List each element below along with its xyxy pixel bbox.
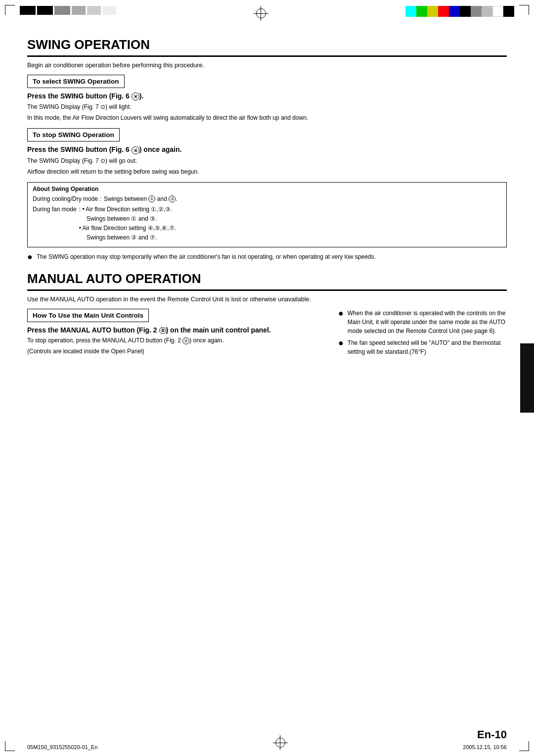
footer-right: 2005.12.15, 10:56 [463,744,507,750]
select-swing-text2: In this mode, the Air Flow Direction Lou… [27,113,507,122]
patch-green [416,6,427,17]
manual-auto-section: MANUAL AUTO OPERATION Use the MANUAL AUT… [27,271,507,359]
bottom-crosshair-circle [275,738,285,748]
manual-right-bullet-1: ● When the air conditioner is operated w… [338,309,507,335]
about-cooling-detail: Swings between ① and ③. [104,194,501,204]
about-fan-detail: : • Air flow Direction setting ①,②,③. Sw… [79,205,501,243]
right-bullet-dot-2: ● [338,338,344,347]
manual-right-bullet-2: ● The fan speed selected will be "AUTO" … [338,338,507,356]
manual-auto-press-text2: (Controls are located inside the Open Pa… [27,347,331,356]
patch-white [492,6,503,17]
circled-2: ② [159,327,166,334]
patch-lgray-1 [87,6,101,15]
manual-auto-press-text1: To stop operation, press the MANUAL AUTO… [27,336,331,345]
left-color-patches [20,6,116,15]
circled-2b: ② [182,337,189,344]
patch-black [460,6,471,17]
main-content: SWING OPERATION Begin air conditioner op… [0,30,534,369]
crop-mark-br [519,741,529,751]
about-swing-title: About Swing Operation [33,186,501,192]
right-bullet-text-1: When the air conditioner is operated wit… [348,309,507,335]
about-fan-detail2: Swings between ① and ③. [87,215,157,222]
bottom-crosshair [273,735,288,750]
stop-swing-subheading: Press the SWING button (Fig. 6 ✕) once a… [27,145,507,154]
manual-auto-title: MANUAL AUTO OPERATION [27,271,507,291]
crop-mark-tr [519,5,529,15]
about-cooling-row: During cooling/Dry mode : Swings between… [33,194,501,204]
swing-operation-section: SWING OPERATION Begin air conditioner op… [27,37,507,261]
about-swing-content: During cooling/Dry mode : Swings between… [33,194,501,243]
right-bullet-dot-1: ● [338,309,344,318]
crop-mark-tl [5,5,15,15]
about-fan-label: During fan mode [33,205,77,243]
footer-left: 05M150_9315255020-01_En [27,744,98,750]
about-swing-box: About Swing Operation During cooling/Dry… [27,182,507,247]
stop-swing-text2: Airflow direction will return to the set… [27,167,507,176]
manual-auto-press-heading: Press the MANUAL AUTO button (Fig. 2 ②) … [27,326,331,334]
right-bullet-text-2: The fan speed selected will be "AUTO" an… [348,338,507,356]
stop-swing-text1: The SWING Display (Fig. 7 ⊙) will go out… [27,156,507,165]
top-center-crosshair [254,6,268,21]
manual-auto-intro: Use the MANUAL AUTO operation in the eve… [27,296,507,303]
about-fan-detail1: • Air flow Direction setting ①,②,③. [82,206,172,213]
right-color-patches [405,6,514,17]
swing-icon-1: ✕ [132,93,139,100]
patch-gray-2 [72,6,86,15]
patch-lgray-2 [102,6,116,15]
select-swing-text1: The SWING Display (Fig. 7 ⊙) will light. [27,102,507,111]
swing-intro: Begin air conditioner operation before p… [27,62,507,69]
about-fan-detail3: • Air flow Direction setting ④,⑤,⑥,⑦. [79,225,176,232]
stop-swing-content: Press the SWING button (Fig. 6 ✕) once a… [27,145,507,176]
about-cooling-label: During cooling/Dry mode : [33,194,101,204]
page: SWING OPERATION Begin air conditioner op… [0,0,534,756]
patch-lightgray [482,6,492,17]
how-to-header: How To Use the Main Unit Controls [27,309,149,322]
patch-black-2 [37,6,53,15]
patch-black2 [503,6,514,17]
circled-1: ① [148,195,155,202]
about-fan-detail4: Swings between ③ and ⑦. [87,234,157,241]
patch-yellow [427,6,438,17]
bullet-dot-1: ● [27,252,33,261]
swing-icon-2: ✕ [132,146,139,154]
circled-3: ③ [169,195,176,202]
header-area [0,0,534,30]
patch-black-1 [20,6,36,15]
manual-auto-press-content: Press the MANUAL AUTO button (Fig. 2 ②) … [27,326,331,356]
manual-auto-content: How To Use the Main Unit Controls Press … [27,309,507,359]
select-swing-content: Press the SWING button (Fig. 6 ✕). The S… [27,92,507,122]
patch-blue [449,6,460,17]
footer: 05M150_9315255020-01_En 2005.12.15, 10:5… [27,735,507,750]
about-fan-row: During fan mode : • Air flow Direction s… [33,205,501,243]
manual-auto-left-col: How To Use the Main Unit Controls Press … [27,309,331,359]
patch-gray-1 [54,6,70,15]
swing-bullet-1: ● The SWING operation may stop temporari… [27,252,507,261]
crop-mark-bl [5,741,15,751]
patch-red [438,6,449,17]
patch-darkgray [471,6,482,17]
select-swing-subheading: Press the SWING button (Fig. 6 ✕). [27,92,507,100]
swing-title: SWING OPERATION [27,37,507,57]
select-swing-header: To select SWING Operation [27,75,125,88]
patch-cyan [405,6,416,17]
crosshair-circle [256,8,266,18]
swing-bullet-text-1: The SWING operation may stop temporarily… [37,252,376,261]
stop-swing-header: To stop SWING Operation [27,128,120,142]
manual-auto-right-col: ● When the air conditioner is operated w… [338,309,507,359]
